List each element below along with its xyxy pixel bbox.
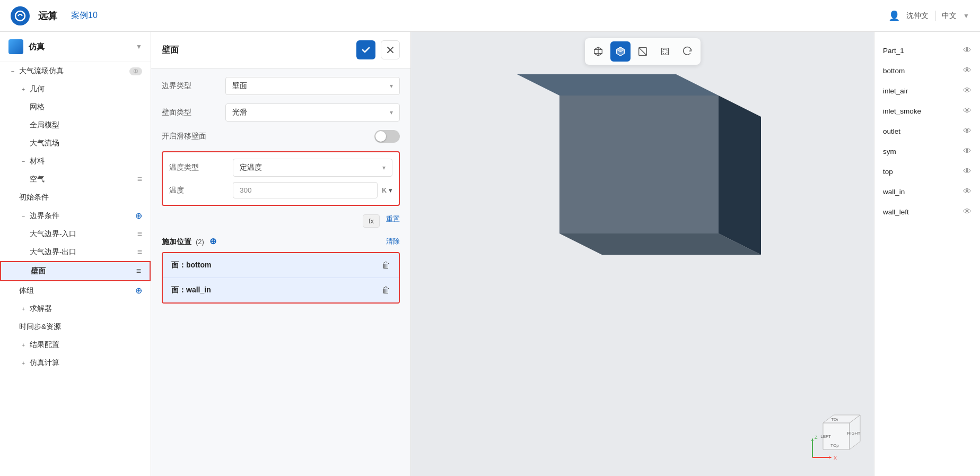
eye-icon[interactable]: 👁	[963, 46, 972, 55]
temp-value: 300	[240, 186, 252, 194]
sidebar-item-atm-outlet[interactable]: 大气边界-出口 ≡	[0, 243, 151, 261]
language-selector[interactable]: 中文	[942, 11, 957, 21]
boundary-type-select[interactable]: 壁面 ▾	[225, 77, 400, 95]
unit-dropdown-icon: ▾	[389, 186, 392, 194]
position-delete-button[interactable]: 🗑	[382, 261, 390, 270]
toggle-plus-icon[interactable]: +	[19, 341, 28, 349]
language-dropdown-icon[interactable]: ▼	[963, 12, 969, 20]
menu-icon[interactable]: ≡	[137, 229, 142, 239]
vp-btn-reset[interactable]	[677, 41, 697, 62]
right-panel: Part_1 👁 bottom 👁 inlet_air 👁 inlet_smok…	[874, 32, 980, 476]
reset-button[interactable]: 重置	[386, 214, 400, 228]
user-name: 沈仲文	[906, 11, 929, 21]
position-item-label: 面：bottom	[171, 261, 382, 270]
sidebar-item-label: 空气	[30, 175, 137, 184]
toggle-minus-icon[interactable]: −	[8, 67, 17, 75]
rp-item-label: sym	[883, 148, 896, 155]
eye-icon[interactable]: 👁	[963, 167, 972, 176]
sidebar-item-time-resource[interactable]: 时间步&资源	[0, 318, 151, 336]
fx-button[interactable]: fx	[363, 214, 380, 228]
sidebar-item-post-calc[interactable]: + 仿真计算	[0, 354, 151, 372]
svg-text:TOr: TOr	[831, 417, 838, 422]
sidebar-item-label: 边界条件	[30, 211, 135, 221]
toggle-plus-icon[interactable]: +	[19, 85, 28, 93]
rp-item-sym[interactable]: sym 👁	[874, 141, 980, 161]
toggle-minus-icon[interactable]: −	[19, 157, 28, 166]
temp-input[interactable]: 300	[233, 182, 378, 198]
logo	[11, 6, 30, 25]
sidebar-item-initial-cond[interactable]: 初始条件	[0, 188, 151, 206]
menu-icon[interactable]: ≡	[137, 175, 142, 184]
sidebar-item-atmosphere-sim[interactable]: − 大气流场仿真 ①	[0, 62, 151, 80]
toggle-plus-icon[interactable]: +	[19, 305, 28, 313]
rp-item-inlet_smoke[interactable]: inlet_smoke 👁	[874, 101, 980, 121]
vp-btn-perspective[interactable]	[633, 41, 653, 62]
sidebar-item-boundary-cond[interactable]: − 边界条件 ⊕	[0, 206, 151, 225]
sidebar-item-result-config[interactable]: + 结果配置	[0, 336, 151, 354]
axis-indicator: TOr LEFT RIGHT TOp Z X	[807, 407, 865, 465]
sidebar-item-atm-field[interactable]: 大气流场	[0, 134, 151, 152]
sidebar-collapse-icon[interactable]: ▼	[136, 43, 142, 50]
vp-btn-ortho[interactable]	[655, 41, 675, 62]
svg-text:Z: Z	[815, 435, 818, 440]
sidebar-item-mesh[interactable]: 网格	[0, 98, 151, 116]
sidebar-item-label: 仿真计算	[30, 358, 142, 368]
rp-item-top[interactable]: top 👁	[874, 161, 980, 181]
svg-point-0	[15, 11, 25, 21]
position-add-button[interactable]: ⊕	[209, 237, 216, 246]
slip-wall-toggle[interactable]	[374, 130, 400, 143]
sidebar-item-geometry[interactable]: + 几何	[0, 80, 151, 98]
project-name: 案例10	[71, 10, 98, 21]
unit-select[interactable]: K ▾	[382, 186, 392, 194]
toggle-plus-icon[interactable]: +	[19, 359, 28, 367]
eye-icon[interactable]: 👁	[963, 106, 972, 116]
position-clear-button[interactable]: 清除	[386, 237, 400, 246]
sidebar-item-label: 初始条件	[19, 193, 142, 202]
position-item-wall-in: 面：wall_in 🗑	[163, 278, 399, 302]
menu-icon[interactable]: ≡	[136, 266, 141, 276]
menu-icon[interactable]: ≡	[137, 247, 142, 257]
vp-btn-solid[interactable]	[610, 41, 631, 62]
add-icon[interactable]: ⊕	[135, 211, 142, 221]
eye-icon[interactable]: 👁	[963, 66, 972, 75]
rp-item-wall_in[interactable]: wall_in 👁	[874, 181, 980, 202]
sidebar-item-label: 网格	[30, 102, 142, 112]
close-button[interactable]	[381, 40, 400, 59]
eye-icon[interactable]: 👁	[963, 126, 972, 136]
form-panel: 壁面 边界类型 壁面 ▾ 壁面类型	[151, 32, 411, 476]
svg-marker-12	[719, 96, 761, 255]
sidebar-item-label: 材料	[30, 157, 142, 166]
viewport: TOr LEFT RIGHT TOp Z X	[411, 32, 874, 476]
sidebar-item-atm-inlet[interactable]: 大气边界-入口 ≡	[0, 225, 151, 243]
confirm-button[interactable]	[356, 40, 375, 59]
temp-type-select[interactable]: 定温度 ▾	[233, 159, 392, 177]
sidebar-item-wall[interactable]: 壁面 ≡	[0, 261, 151, 281]
sidebar-title: 仿真	[29, 42, 45, 52]
rp-item-inlet_air[interactable]: inlet_air 👁	[874, 81, 980, 101]
rp-item-Part_1[interactable]: Part_1 👁	[874, 40, 980, 60]
eye-icon[interactable]: 👁	[963, 86, 972, 96]
rp-item-wall_left[interactable]: wall_left 👁	[874, 202, 980, 222]
rp-item-label: wall_in	[883, 188, 905, 196]
eye-icon[interactable]: 👁	[963, 207, 972, 217]
sidebar-item-solver[interactable]: + 求解器	[0, 300, 151, 318]
eye-icon[interactable]: 👁	[963, 187, 972, 196]
rp-item-bottom[interactable]: bottom 👁	[874, 60, 980, 81]
vp-btn-wireframe[interactable]	[588, 41, 608, 62]
sidebar-item-label: 大气流场仿真	[19, 66, 126, 76]
eye-icon[interactable]: 👁	[963, 146, 972, 156]
sidebar-badge: ①	[129, 67, 142, 75]
rp-item-label: outlet	[883, 127, 900, 135]
position-delete-button[interactable]: 🗑	[382, 285, 390, 295]
toggle-minus-icon[interactable]: −	[19, 212, 28, 220]
sidebar-item-air[interactable]: 空气 ≡	[0, 170, 151, 188]
rp-item-label: Part_1	[883, 47, 904, 55]
svg-rect-8	[661, 48, 668, 55]
rp-item-outlet[interactable]: outlet 👁	[874, 121, 980, 141]
sidebar-item-body[interactable]: 体组 ⊕	[0, 281, 151, 300]
add-icon[interactable]: ⊕	[135, 285, 142, 296]
sidebar-item-global-model[interactable]: 全局模型	[0, 116, 151, 134]
sidebar-item-material[interactable]: − 材料	[0, 152, 151, 170]
sidebar-item-label: 体组	[19, 286, 135, 296]
wall-type-select[interactable]: 光滑 ▾	[225, 103, 400, 122]
